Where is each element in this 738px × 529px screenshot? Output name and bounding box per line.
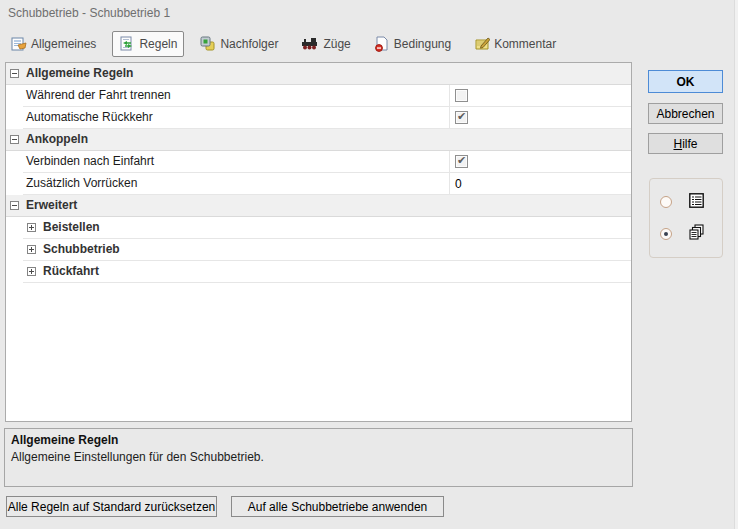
expand-icon[interactable] (27, 245, 36, 254)
ok-button[interactable]: OK (648, 70, 723, 93)
help-accel: H (673, 137, 682, 151)
description-text: Allgemeine Einstellungen für den Schubbe… (11, 450, 626, 464)
subsection-label: Schubbetrieb (43, 239, 120, 260)
view-option-list[interactable] (650, 193, 722, 211)
rules-property-grid: Allgemeine Regeln Während der Fahrt tren… (5, 62, 632, 422)
value-field[interactable]: 0 (455, 177, 462, 191)
tab-zuege[interactable]: Züge (294, 32, 357, 56)
help-button[interactable]: Hilfe (648, 133, 723, 154)
tab-nachfolger[interactable]: Nachfolger (193, 31, 285, 57)
row-rueckfahrt[interactable]: Rückfahrt (6, 261, 631, 283)
row-verbinden-nach-einfahrt[interactable]: Verbinden nach Einfahrt (6, 151, 631, 173)
section-label: Erweitert (26, 195, 77, 216)
section-label: Ankoppeln (26, 129, 88, 150)
row-beistellen[interactable]: Beistellen (6, 217, 631, 239)
successor-icon (200, 36, 216, 52)
checkbox-automatische-rueckkehr[interactable] (455, 111, 468, 124)
list-view-icon (689, 193, 704, 211)
help-rest: ilfe (682, 137, 697, 151)
description-title: Allgemeine Regeln (11, 433, 626, 447)
tab-label: Züge (323, 37, 350, 51)
tab-label: Nachfolger (220, 37, 278, 51)
general-icon (11, 36, 27, 52)
apply-to-all-button[interactable]: Auf alle Schubbetriebe anwenden (231, 496, 444, 517)
property-value-cell (449, 151, 631, 172)
reset-rules-button[interactable]: Alle Regeln auf Standard zurücksetzen (6, 496, 217, 517)
property-label: Verbinden nach Einfahrt (26, 151, 154, 172)
row-schubbetrieb[interactable]: Schubbetrieb (6, 239, 631, 261)
checkbox-verbinden-nach-einfahrt[interactable] (455, 155, 468, 168)
cascade-view-icon (689, 224, 705, 243)
train-icon (301, 37, 319, 51)
tab-allgemeines[interactable]: Allgemeines (4, 31, 103, 57)
tab-kommentar[interactable]: Kommentar (467, 31, 563, 57)
section-label: Allgemeine Regeln (26, 63, 133, 84)
row-automatische-rueckkehr[interactable]: Automatische Rückkehr (6, 107, 631, 129)
window-title: Schubbetrieb - Schubbetrieb 1 (8, 6, 170, 20)
description-panel: Allgemeine Regeln Allgemeine Einstellung… (4, 428, 633, 487)
window-edge (734, 0, 738, 529)
tab-label: Regeln (139, 37, 177, 51)
comment-icon (474, 36, 490, 52)
list-view-radio[interactable] (660, 196, 672, 208)
view-option-cascade[interactable] (650, 224, 722, 243)
tab-regeln[interactable]: Regeln (112, 31, 184, 57)
collapse-icon[interactable] (10, 201, 19, 210)
tab-bedingung[interactable]: Bedingung (367, 31, 458, 57)
tab-label: Allgemeines (31, 37, 96, 51)
condition-icon (374, 36, 390, 52)
subsection-label: Rückfahrt (43, 261, 99, 282)
property-value-cell (449, 107, 631, 128)
expand-icon[interactable] (27, 267, 36, 276)
expand-icon[interactable] (27, 223, 36, 232)
subsection-label: Beistellen (43, 217, 100, 238)
property-value-cell: 0 (449, 173, 631, 194)
row-zusaetzlich-vorruecken[interactable]: Zusätzlich Vorrücken 0 (6, 173, 631, 195)
section-row-allgemeine-regeln[interactable]: Allgemeine Regeln (6, 63, 631, 85)
property-label: Zusätzlich Vorrücken (26, 173, 137, 194)
property-label: Automatische Rückkehr (26, 107, 153, 128)
property-label: Während der Fahrt trennen (26, 85, 171, 106)
checkbox-waehrend-der-fahrt-trennen[interactable] (455, 89, 468, 102)
tab-label: Bedingung (394, 37, 451, 51)
property-value-cell (449, 85, 631, 106)
cascade-view-radio[interactable] (660, 228, 672, 240)
row-waehrend-der-fahrt-trennen[interactable]: Während der Fahrt trennen (6, 85, 631, 107)
view-switch-group (649, 178, 723, 258)
section-row-ankoppeln[interactable]: Ankoppeln (6, 129, 631, 151)
collapse-icon[interactable] (10, 135, 19, 144)
rules-icon (119, 36, 135, 52)
cancel-button[interactable]: Abbrechen (648, 103, 723, 124)
collapse-icon[interactable] (10, 69, 19, 78)
tab-bar: Allgemeines Regeln Nachfolger Züge Bedin… (4, 30, 563, 58)
section-row-erweitert[interactable]: Erweitert (6, 195, 631, 217)
tab-label: Kommentar (494, 37, 556, 51)
